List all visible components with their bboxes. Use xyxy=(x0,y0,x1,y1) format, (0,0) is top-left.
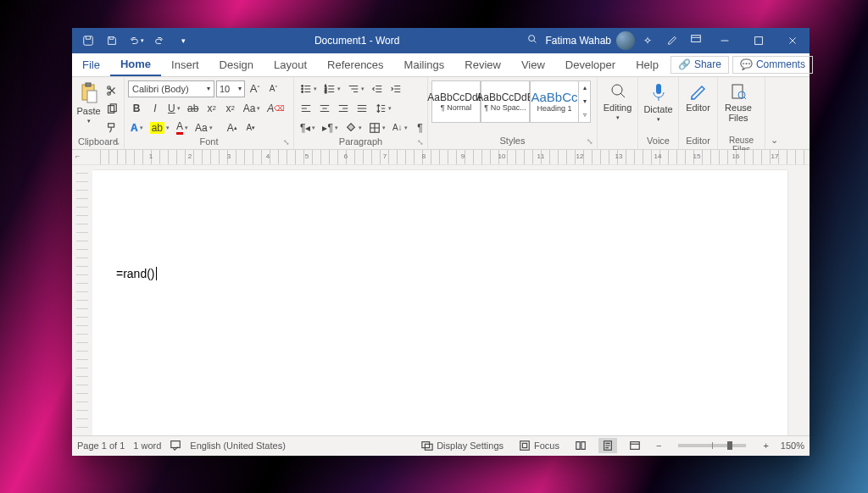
display-settings-button[interactable]: Display Settings xyxy=(418,440,507,451)
pen-icon[interactable] xyxy=(660,33,684,47)
tab-references[interactable]: References xyxy=(317,53,393,76)
tab-insert[interactable]: Insert xyxy=(161,53,209,76)
web-layout-button[interactable] xyxy=(626,438,644,453)
font-color-button[interactable]: A xyxy=(174,119,191,136)
qat-customize[interactable]: ▾ xyxy=(172,28,194,53)
ribbon-display-icon[interactable] xyxy=(684,33,708,47)
read-mode-button[interactable] xyxy=(571,438,590,453)
status-words[interactable]: 1 word xyxy=(133,440,161,451)
align-center-button[interactable] xyxy=(316,100,333,117)
coming-soon-icon[interactable]: ✧ xyxy=(635,35,660,47)
text-effects-button[interactable]: A xyxy=(128,119,146,136)
ruler-horizontal[interactable]: ⌐ 123456789101112131415161718 xyxy=(72,150,810,165)
show-marks-button[interactable]: ¶ xyxy=(412,119,429,136)
underline-button[interactable]: U xyxy=(165,100,183,117)
zoom-in-button[interactable]: + xyxy=(760,440,771,451)
spell-check-icon[interactable] xyxy=(170,439,181,452)
styles-expand[interactable]: ▿ xyxy=(579,108,590,122)
numbering-button[interactable]: 123 xyxy=(321,80,343,97)
save-button[interactable] xyxy=(101,28,123,53)
clipboard-launcher[interactable]: ⤡ xyxy=(114,138,120,147)
superscript-button[interactable]: x2 xyxy=(222,100,239,117)
comments-button[interactable]: 💬Comments xyxy=(732,56,813,74)
rtl-button[interactable]: ▸¶ xyxy=(320,119,340,136)
svg-text:3: 3 xyxy=(325,90,327,94)
reuse-files-button[interactable]: Reuse Files xyxy=(721,79,755,123)
align-right-button[interactable] xyxy=(335,100,352,117)
ruler-vertical[interactable] xyxy=(72,165,92,435)
styles-row-down[interactable]: ▾ xyxy=(579,95,590,108)
tab-help[interactable]: Help xyxy=(626,53,669,76)
multilevel-button[interactable] xyxy=(345,80,367,97)
tab-layout[interactable]: Layout xyxy=(264,53,317,76)
search-button[interactable] xyxy=(520,33,545,47)
paragraph-launcher[interactable]: ⤡ xyxy=(417,138,424,147)
tab-mailings[interactable]: Mailings xyxy=(394,53,455,76)
status-page[interactable]: Page 1 of 1 xyxy=(77,440,125,451)
minimize-button[interactable] xyxy=(708,28,742,53)
copy-button[interactable] xyxy=(103,101,120,118)
style-nospacing[interactable]: AaBbCcDdE¶ No Spac... xyxy=(481,80,530,123)
format-painter-button[interactable] xyxy=(103,119,120,136)
account-block[interactable]: Fatima Wahab xyxy=(545,31,635,50)
case-button[interactable]: Aa xyxy=(241,100,264,117)
editing-button[interactable]: Editing▾ xyxy=(601,79,634,121)
clear-format-button[interactable]: A⌫ xyxy=(264,100,287,117)
font-name-combo[interactable]: Calibri (Body)▾ xyxy=(128,80,214,97)
grow-font2[interactable]: A▴ xyxy=(224,119,241,136)
zoom-slider[interactable] xyxy=(678,444,746,447)
bold-button[interactable]: B xyxy=(128,100,145,117)
maximize-button[interactable] xyxy=(742,28,776,53)
shading-button[interactable] xyxy=(342,119,364,136)
justify-button[interactable] xyxy=(353,100,370,117)
zoom-value[interactable]: 150% xyxy=(781,440,804,451)
share-button[interactable]: 🔗Share xyxy=(670,56,729,74)
redo-button[interactable] xyxy=(148,28,170,53)
status-language[interactable]: English (United States) xyxy=(190,440,286,451)
font-name-value: Calibri (Body) xyxy=(132,84,189,94)
tab-review[interactable]: Review xyxy=(454,53,511,76)
svg-rect-27 xyxy=(522,443,526,447)
autosave-toggle[interactable] xyxy=(77,28,99,53)
inc-indent-button[interactable] xyxy=(387,80,404,97)
font-launcher[interactable]: ⤡ xyxy=(283,138,290,147)
line-spacing-button[interactable] xyxy=(372,100,394,117)
collapse-ribbon-button[interactable]: ⌄ xyxy=(765,77,782,149)
styles-launcher[interactable]: ⤡ xyxy=(587,137,593,146)
tab-developer[interactable]: Developer xyxy=(555,53,626,76)
grow-font-button[interactable]: A˄ xyxy=(247,80,264,97)
styles-row-up[interactable]: ▴ xyxy=(579,81,590,95)
tab-home[interactable]: Home xyxy=(110,53,161,76)
ltr-button[interactable]: ¶◂ xyxy=(298,119,318,136)
sort-button[interactable]: A↓ xyxy=(390,119,410,136)
dec-indent-button[interactable] xyxy=(369,80,386,97)
font-size-combo[interactable]: 10▾ xyxy=(216,80,245,97)
bullets-button[interactable] xyxy=(298,80,320,97)
zoom-out-button[interactable]: − xyxy=(653,440,665,451)
style-normal[interactable]: AaBbCcDdE¶ Normal xyxy=(431,80,481,123)
italic-button[interactable]: I xyxy=(147,100,164,117)
tab-view[interactable]: View xyxy=(511,53,555,76)
focus-button[interactable]: Focus xyxy=(515,440,563,451)
subscript-button[interactable]: x2 xyxy=(203,100,220,117)
close-button[interactable] xyxy=(776,28,810,53)
char-case-button[interactable]: Aa xyxy=(192,119,215,136)
dictate-button[interactable]: Dictate▾ xyxy=(642,79,675,123)
paste-button[interactable]: Paste ▾ xyxy=(75,79,102,125)
highlight-button[interactable]: ab xyxy=(147,119,172,136)
print-layout-button[interactable] xyxy=(598,438,617,453)
tab-file[interactable]: File xyxy=(72,53,110,76)
align-left-button[interactable] xyxy=(298,100,314,117)
page-scroll[interactable]: =rand() xyxy=(92,165,810,435)
page[interactable]: =rand() xyxy=(92,170,787,435)
tab-selector[interactable]: ⌐ xyxy=(75,152,80,160)
editor-button[interactable]: Editor xyxy=(682,79,714,113)
style-heading1[interactable]: AaBbCcHeading 1 xyxy=(530,80,579,123)
strike-button[interactable]: ab xyxy=(185,100,202,117)
shrink-font-button[interactable]: A˅ xyxy=(265,80,282,97)
undo-button[interactable]: ▾ xyxy=(125,28,147,53)
borders-button[interactable] xyxy=(366,119,388,136)
cut-button[interactable] xyxy=(103,82,120,99)
tab-design[interactable]: Design xyxy=(209,53,264,76)
shrink-font2[interactable]: A▾ xyxy=(242,119,259,136)
